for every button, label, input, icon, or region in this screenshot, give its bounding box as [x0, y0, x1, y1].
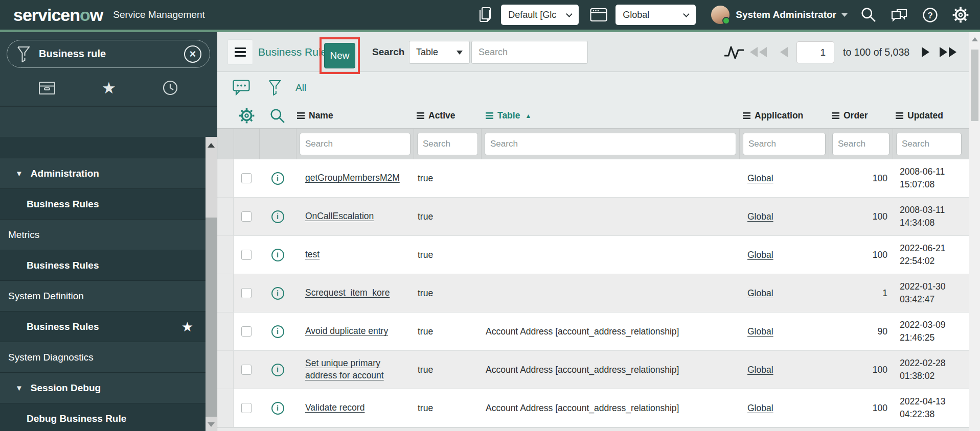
row-checkbox[interactable]: [241, 403, 252, 413]
info-icon[interactable]: i: [271, 210, 284, 223]
activity-stream-icon[interactable]: [724, 44, 744, 60]
scrollbar-thumb[interactable]: [206, 218, 217, 417]
scroll-up-icon[interactable]: [208, 143, 215, 148]
application-link[interactable]: Global: [747, 250, 773, 260]
row-checkbox[interactable]: [241, 326, 252, 337]
column-menu-icon[interactable]: [743, 112, 750, 119]
filter-input-updated[interactable]: [896, 133, 962, 155]
list-settings-gear-icon[interactable]: [234, 108, 259, 124]
nav-item-business-rules-starred[interactable]: Business Rules ★: [0, 312, 206, 342]
search-field-select[interactable]: Table: [409, 41, 470, 64]
application-link[interactable]: Global: [747, 326, 773, 337]
column-menu-icon[interactable]: [832, 112, 839, 119]
info-icon[interactable]: i: [271, 364, 284, 376]
record-link[interactable]: Validate record: [305, 402, 364, 414]
breadcrumb-bar: All: [217, 72, 980, 103]
column-header-name[interactable]: Name: [296, 110, 414, 121]
nav-item-business-rules[interactable]: Business Rules: [0, 250, 206, 281]
filter-input-table[interactable]: [485, 133, 736, 155]
application-link[interactable]: Global: [747, 365, 773, 375]
application-link[interactable]: Global: [747, 211, 773, 222]
nav-section-system-definition[interactable]: System Definition: [0, 281, 206, 312]
navigator-menu: ▼ Administration Business Rules Metrics …: [0, 137, 206, 431]
nav-folder-administration[interactable]: ▼ Administration: [0, 158, 206, 189]
user-menu[interactable]: System Administrator: [736, 9, 836, 20]
info-icon[interactable]: i: [271, 325, 284, 338]
record-link[interactable]: OnCallEscalation: [305, 210, 374, 223]
column-menu-icon[interactable]: [297, 112, 305, 119]
application-link[interactable]: Global: [747, 173, 773, 184]
row-checkbox[interactable]: [241, 211, 252, 222]
navigator-filter-input[interactable]: [38, 47, 166, 60]
update-set-picker[interactable]: Default [Glc: [501, 5, 579, 25]
record-link[interactable]: test: [305, 249, 320, 261]
application-scope-icon[interactable]: [590, 8, 607, 22]
filter-icon[interactable]: [268, 80, 281, 95]
order-value: 1: [829, 274, 893, 312]
filter-input-order[interactable]: [832, 133, 890, 155]
favorite-star-icon[interactable]: ★: [181, 320, 193, 333]
help-icon[interactable]: ?: [922, 7, 938, 23]
history-tab[interactable]: [162, 80, 178, 96]
global-search-icon[interactable]: [861, 7, 876, 22]
nav-section-system-diagnostics[interactable]: System Diagnostics: [0, 342, 206, 373]
nav-item-business-rules[interactable]: Business Rules: [0, 189, 206, 220]
settings-gear-icon[interactable]: [952, 7, 969, 23]
record-link[interactable]: Avoid duplicate entry: [305, 325, 388, 338]
column-header-active[interactable]: Active: [414, 110, 481, 121]
next-page-button[interactable]: [922, 32, 929, 72]
column-search-icon[interactable]: [259, 108, 296, 124]
application-link[interactable]: Global: [747, 288, 773, 299]
nav-folder-session-debug[interactable]: ▼ Session Debug: [0, 373, 206, 403]
favorites-tab[interactable]: ★: [102, 80, 116, 96]
connect-chat-icon[interactable]: [891, 7, 908, 22]
svg-text:?: ?: [927, 10, 932, 20]
list-context-menu-button[interactable]: [227, 39, 253, 65]
list-search-input[interactable]: [471, 41, 588, 64]
column-header-table[interactable]: Table ▲: [481, 110, 739, 121]
scrollbar-thumb[interactable]: [971, 50, 978, 121]
record-link[interactable]: Set unique primary address for account: [305, 357, 414, 381]
sidebar-scrollbar[interactable]: [206, 137, 217, 431]
application-link[interactable]: Global: [747, 403, 773, 414]
record-link[interactable]: getGroupMembersM2M: [305, 172, 400, 184]
column-header-application[interactable]: Application: [739, 110, 829, 121]
column-menu-icon[interactable]: [486, 112, 493, 119]
all-applications-tab[interactable]: [38, 80, 56, 95]
column-header-updated[interactable]: Updated: [893, 110, 980, 121]
update-set-icon[interactable]: [477, 6, 493, 23]
nav-item-debug-business-rule[interactable]: Debug Business Rule: [0, 403, 206, 431]
order-value: 100: [829, 198, 893, 235]
row-checkbox[interactable]: [241, 173, 252, 183]
scroll-up-icon[interactable]: [972, 37, 978, 41]
scroll-down-icon[interactable]: [208, 422, 215, 427]
list-activity-icon[interactable]: [233, 80, 250, 95]
previous-page-button[interactable]: [780, 32, 788, 72]
filter-input-name[interactable]: [300, 133, 411, 155]
row-checkbox[interactable]: [241, 250, 252, 260]
list-scrollbar[interactable]: [969, 32, 980, 431]
info-icon[interactable]: i: [271, 172, 284, 185]
new-button[interactable]: New: [324, 43, 355, 68]
column-menu-icon[interactable]: [896, 112, 903, 119]
filter-input-active[interactable]: [417, 133, 478, 155]
info-icon[interactable]: i: [271, 287, 284, 300]
column-menu-icon[interactable]: [417, 112, 424, 119]
last-page-button[interactable]: [940, 32, 956, 72]
info-icon[interactable]: i: [271, 249, 284, 261]
record-link[interactable]: Screquest_item_kore: [305, 287, 390, 299]
row-checkbox[interactable]: [241, 365, 252, 375]
first-page-button[interactable]: [750, 32, 767, 72]
clear-filter-icon[interactable]: ×: [184, 45, 201, 63]
nav-section-metrics[interactable]: Metrics: [0, 220, 206, 250]
nav-item-clipped[interactable]: [0, 137, 206, 158]
user-avatar[interactable]: [711, 6, 730, 24]
column-header-order[interactable]: Order: [829, 110, 893, 121]
info-icon[interactable]: i: [271, 402, 284, 415]
breadcrumb-all[interactable]: All: [295, 82, 306, 93]
filter-input-application[interactable]: [743, 133, 826, 155]
row-checkbox[interactable]: [241, 288, 252, 298]
application-scope-picker[interactable]: Global: [616, 5, 696, 25]
page-row-input[interactable]: [796, 41, 834, 63]
user-menu-caret-icon[interactable]: [841, 13, 848, 17]
